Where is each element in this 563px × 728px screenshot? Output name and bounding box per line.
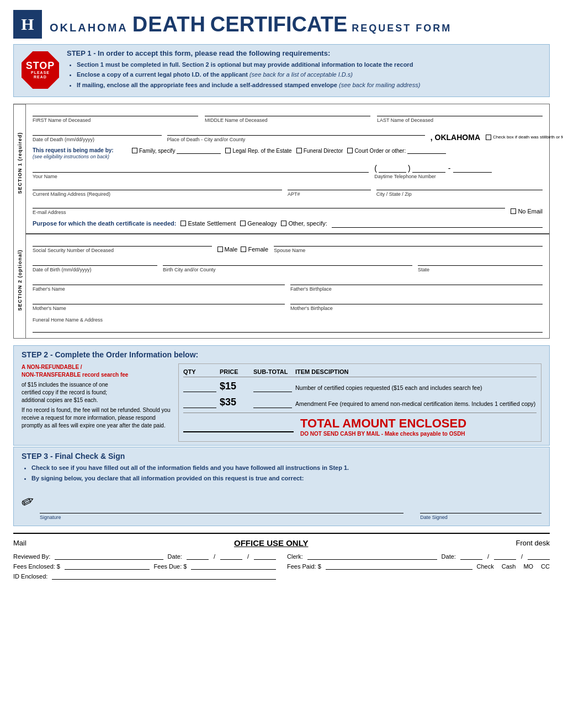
fees-due-input[interactable]: [191, 562, 276, 570]
date-signed-input[interactable]: [420, 497, 541, 513]
funeral-dir-label: Funeral Director: [304, 148, 343, 154]
office-frontdesk: Front desk: [516, 539, 550, 547]
stillbirth-checkbox[interactable]: [486, 135, 491, 140]
clerk-date-day-input[interactable]: [494, 552, 516, 560]
date-year-input[interactable]: [254, 552, 276, 560]
dob-field: Date of Birth (mm/dd/yyyy): [33, 258, 157, 273]
total-amount-input[interactable]: [183, 419, 294, 432]
step3-title: STEP 3 - Final Check & Sign: [22, 452, 541, 461]
non-refundable-label: A NON-REFUNDABLE / NON-TRANSFERABLE reco…: [22, 363, 171, 379]
ssn-field: Social Security Number of Deceased: [33, 239, 212, 254]
subtotal-input-2[interactable]: [253, 399, 292, 408]
fathers-name-input[interactable]: [33, 277, 285, 285]
qty-input-1[interactable]: [183, 383, 216, 392]
date-month-input[interactable]: [187, 552, 209, 560]
male-option: Male: [217, 246, 238, 253]
genealogy-checkbox[interactable]: [240, 221, 246, 226]
funeral-home-input[interactable]: [33, 325, 543, 333]
total-label: TOTAL AMOUNT ENCLOSED: [300, 416, 466, 431]
mothers-name-input[interactable]: [33, 297, 285, 304]
address-row: Current Mailing Address (Required) APT# …: [33, 183, 543, 197]
price-2: $35: [220, 397, 250, 408]
no-email-label: No Email: [518, 208, 543, 215]
office-header: Mail OFFICE USE ONLY Front desk: [13, 538, 550, 548]
legal-rep-checkbox[interactable]: [225, 148, 231, 153]
fees-enclosed-row: Fees Enclosed: $ Fees Due: $: [13, 562, 276, 570]
form-sections: SECTION 1 (required) SECTION 2 (optional…: [13, 104, 550, 339]
date-day-input[interactable]: [220, 552, 242, 560]
court-other-input[interactable]: [407, 147, 446, 154]
reviewed-by-input[interactable]: [55, 552, 163, 560]
city-state-zip-input[interactable]: [376, 183, 543, 190]
email-input[interactable]: [33, 201, 505, 208]
phone-area-input[interactable]: [379, 164, 406, 173]
phone-prefix-input[interactable]: [412, 164, 445, 173]
first-name-input[interactable]: [33, 109, 198, 116]
request-by-label: This request is being made by: (see elig…: [33, 147, 126, 159]
signature-input[interactable]: [40, 497, 403, 513]
section2-area: Social Security Number of Deceased Male …: [26, 234, 549, 338]
other-specify-input[interactable]: [332, 219, 543, 228]
male-checkbox[interactable]: [217, 247, 223, 252]
apt-field: APT#: [288, 183, 371, 197]
middle-name-input[interactable]: [205, 109, 370, 116]
apt-input[interactable]: [288, 183, 371, 190]
place-of-death-field: Place of Death - City and/or County: [167, 128, 425, 143]
step3-fields: Signature Date Signed: [40, 488, 541, 520]
spouse-name-input[interactable]: [274, 239, 543, 247]
logo-letter: H: [21, 15, 34, 34]
dob-input[interactable]: [33, 258, 157, 266]
female-checkbox[interactable]: [241, 247, 246, 252]
phone-field: ( ) - Daytime Telephone Number: [374, 164, 543, 179]
step3-box: STEP 3 - Final Check & Sign Check to see…: [13, 447, 550, 526]
your-name-input[interactable]: [33, 165, 369, 173]
subtotal-input-1[interactable]: [253, 383, 292, 392]
date-of-death-label: Date of Death (mm/dd/yyyy): [33, 137, 162, 142]
date-signed-field: Date Signed: [420, 497, 541, 520]
header-logo: H: [13, 10, 42, 39]
other-option: Other, specify:: [281, 220, 327, 227]
mothers-birthplace-input[interactable]: [290, 297, 543, 304]
date-of-death-input[interactable]: [33, 128, 162, 136]
apt-label: APT#: [288, 191, 371, 197]
court-order-checkbox[interactable]: [347, 148, 353, 153]
fees-paid-input[interactable]: [326, 562, 472, 570]
funeral-dir-checkbox[interactable]: [296, 148, 302, 153]
signature-field: Signature: [40, 497, 403, 520]
step1-items: Section 1 must be completed in full. Sec…: [67, 61, 541, 89]
th-price: PRICE: [220, 368, 250, 375]
no-email-checkbox[interactable]: [511, 208, 516, 214]
family-checkbox[interactable]: [132, 148, 137, 153]
place-of-death-input[interactable]: [167, 128, 425, 136]
section1-area: FIRST Name of Deceased MIDDLE Name of De…: [26, 104, 549, 234]
clerk-input[interactable]: [307, 552, 437, 560]
birth-state-input[interactable]: [418, 258, 543, 266]
clerk-date-year-input[interactable]: [528, 552, 550, 560]
fathers-birthplace-input[interactable]: [290, 277, 543, 285]
clerk-date-month-input[interactable]: [460, 552, 482, 560]
th-subtotal: SUB-TOTAL: [253, 368, 292, 375]
birth-city-input[interactable]: [163, 258, 412, 266]
step2-table: QTY PRICE SUB-TOTAL ITEM DESCIPTION $15 …: [178, 363, 541, 442]
legal-rep-option: Legal Rep. of the Estate: [225, 148, 291, 154]
male-label: Male: [225, 246, 238, 253]
total-text-area: TOTAL AMOUNT ENCLOSED DO NOT SEND CASH B…: [300, 416, 466, 437]
last-name-input[interactable]: [377, 109, 543, 116]
family-specify-input[interactable]: [177, 147, 221, 154]
step2-content: A NON-REFUNDABLE / NON-TRANSFERABLE reco…: [22, 363, 541, 442]
phone-number-input[interactable]: [453, 164, 492, 173]
fees-enclosed-input[interactable]: [65, 562, 150, 570]
ssn-input[interactable]: [33, 239, 212, 247]
id-enclosed-input[interactable]: [52, 572, 276, 580]
stillbirth-checkbox-group: Check box if death was stillbirth or fet…: [486, 135, 543, 140]
court-order-label: Court Order or other:: [354, 148, 406, 154]
qty-input-2[interactable]: [183, 399, 216, 408]
other-checkbox[interactable]: [281, 221, 286, 226]
estate-checkbox[interactable]: [180, 221, 186, 226]
table-row-1: $15 Number of certified copies requested…: [183, 381, 537, 392]
funeral-home-field: Funeral Home Name & Address: [33, 316, 543, 333]
step1-item-1: Section 1 must be completed in full. Sec…: [77, 61, 541, 69]
address-input[interactable]: [33, 183, 282, 190]
header-certificate: CERTIFICATE: [210, 13, 347, 36]
step1-box: STOP PLEASEREAD STEP 1 - In order to acc…: [13, 44, 550, 97]
